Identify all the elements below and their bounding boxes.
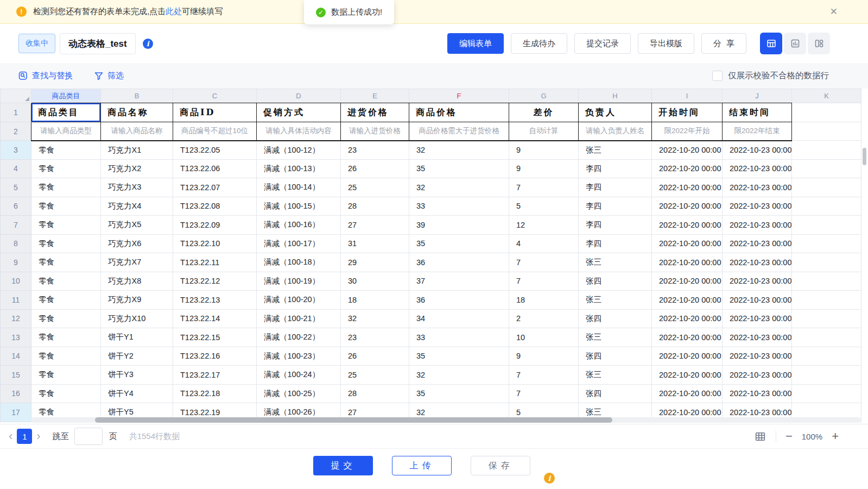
form-title[interactable]: 动态表格_test	[60, 33, 136, 54]
data-cell[interactable]: 巧克力X5	[101, 216, 173, 235]
data-cell[interactable]: 李四	[579, 178, 652, 197]
data-cell[interactable]: 9	[509, 141, 579, 160]
data-cell[interactable]: 零食	[31, 384, 101, 403]
data-cell[interactable]: 7	[509, 178, 579, 197]
column-header-K[interactable]: K	[792, 89, 861, 103]
row-number[interactable]: 7	[1, 216, 31, 235]
data-cell[interactable]	[792, 291, 861, 310]
grid-icon[interactable]	[754, 431, 766, 442]
data-cell[interactable]: 2022-10-20 00:00	[652, 291, 723, 310]
data-cell[interactable]: 37	[409, 272, 509, 291]
row-number[interactable]: 1	[1, 103, 31, 122]
field-header-cell[interactable]: 商品名称	[101, 103, 173, 122]
data-cell[interactable]: 巧克力X7	[101, 253, 173, 272]
data-cell[interactable]: 张三	[579, 291, 652, 310]
row-number[interactable]: 14	[1, 347, 31, 366]
hint-cell[interactable]: 请输入商品类型	[31, 122, 101, 141]
data-cell[interactable]: T123.22.08	[173, 197, 257, 216]
row-number[interactable]: 17	[1, 403, 31, 422]
data-cell[interactable]: 巧克力X8	[101, 272, 173, 291]
data-cell[interactable]: 18	[341, 291, 409, 310]
data-cell[interactable]: 零食	[31, 159, 101, 178]
data-cell[interactable]: 2022-10-20 00:00	[652, 178, 723, 197]
data-cell[interactable]: 33	[409, 197, 509, 216]
row-number[interactable]: 5	[1, 178, 31, 197]
data-cell[interactable]: 25	[341, 366, 409, 385]
data-cell[interactable]: 巧克力X1	[101, 141, 173, 160]
data-cell[interactable]: 零食	[31, 272, 101, 291]
data-cell[interactable]: 满减（100-13）	[257, 159, 341, 178]
data-cell[interactable]: 2022-10-20 00:00	[652, 347, 723, 366]
zoom-out-icon[interactable]: −	[785, 430, 793, 442]
row-number[interactable]: 11	[1, 291, 31, 310]
data-cell[interactable]: 饼干Y2	[101, 347, 173, 366]
hint-cell[interactable]: 商品编号不超过10位	[173, 122, 257, 141]
data-cell[interactable]: 李四	[579, 159, 652, 178]
data-cell[interactable]: 2022-10-20 00:00	[652, 216, 723, 235]
data-cell[interactable]: 巧克力X4	[101, 197, 173, 216]
hint-cell[interactable]: 商品价格需大于进货价格	[409, 122, 509, 141]
data-cell[interactable]: 满减（100-18）	[257, 253, 341, 272]
data-cell[interactable]: 张四	[579, 384, 652, 403]
vertical-scrollbar-thumb[interactable]	[863, 148, 866, 165]
current-page-button[interactable]: 1	[17, 429, 32, 444]
data-cell[interactable]: T123.22.06	[173, 159, 257, 178]
data-cell[interactable]: 满减（100-15）	[257, 197, 341, 216]
data-cell[interactable]: 2022-10-20 00:00	[652, 384, 723, 403]
data-cell[interactable]: 满减（100-21）	[257, 309, 341, 328]
data-cell[interactable]: 30	[341, 272, 409, 291]
data-cell[interactable]: 2022-10-20 00:00	[652, 309, 723, 328]
data-cell[interactable]: 满减（100-14）	[257, 178, 341, 197]
data-cell[interactable]: T123.22.12	[173, 272, 257, 291]
data-cell[interactable]	[792, 272, 861, 291]
continue-filling-link[interactable]: 此处	[166, 7, 182, 17]
data-cell[interactable]: 2022-10-20 00:00	[652, 234, 723, 253]
prev-page-icon[interactable]: ‹	[4, 430, 17, 442]
data-cell[interactable]: 25	[341, 178, 409, 197]
data-cell[interactable]: 5	[509, 197, 579, 216]
data-cell[interactable]: 零食	[31, 178, 101, 197]
data-cell[interactable]: 9	[509, 159, 579, 178]
data-cell[interactable]: 张四	[579, 347, 652, 366]
data-cell[interactable]: 39	[409, 216, 509, 235]
row-number[interactable]: 2	[1, 122, 31, 141]
hint-cell[interactable]: 限2022年结束	[723, 122, 792, 141]
data-cell[interactable]: 零食	[31, 234, 101, 253]
data-cell[interactable]: 巧克力X2	[101, 159, 173, 178]
column-header-A[interactable]: 商品类目	[31, 89, 101, 103]
data-cell[interactable]: 满减（100-20）	[257, 291, 341, 310]
table-view-icon[interactable]	[760, 33, 782, 54]
data-cell[interactable]: 2022-10-23 00:00:00	[723, 178, 792, 197]
data-cell[interactable]: 2022-10-23 00:00:00	[723, 328, 792, 347]
data-cell[interactable]: 2022-10-20 00:00	[652, 328, 723, 347]
hint-cell[interactable]: 请输入进货价格	[341, 122, 409, 141]
data-cell[interactable]: 2022-10-23 00:00:00	[723, 347, 792, 366]
data-cell[interactable]: 张三	[579, 253, 652, 272]
data-cell[interactable]: T123.22.15	[173, 328, 257, 347]
selected-cell[interactable]: 商品类目	[31, 103, 101, 122]
data-cell[interactable]: 巧克力X3	[101, 178, 173, 197]
chart-view-icon[interactable]	[784, 33, 806, 54]
next-page-icon[interactable]: ›	[32, 430, 45, 442]
jump-page-input[interactable]	[74, 428, 103, 445]
data-cell[interactable]: 零食	[31, 216, 101, 235]
hint-cell[interactable]: 请输入商品名称	[101, 122, 173, 141]
save-info-icon[interactable]: i	[544, 473, 555, 484]
data-cell[interactable]: T123.22.11	[173, 253, 257, 272]
data-cell[interactable]: T123.22.10	[173, 234, 257, 253]
generate-todo-button[interactable]: 生成待办	[511, 33, 567, 54]
data-cell[interactable]: T123.22.17	[173, 366, 257, 385]
edit-form-button[interactable]: 编辑表单	[447, 33, 504, 54]
row-number[interactable]: 4	[1, 159, 31, 178]
data-cell[interactable]: 李四	[579, 197, 652, 216]
data-cell[interactable]: 31	[341, 234, 409, 253]
data-cell[interactable]: 张三	[579, 141, 652, 160]
column-header-C[interactable]: C	[173, 89, 257, 103]
data-cell[interactable]	[792, 384, 861, 403]
data-cell[interactable]	[792, 366, 861, 385]
data-cell[interactable]: 2	[509, 309, 579, 328]
data-cell[interactable]: 35	[409, 347, 509, 366]
data-cell[interactable]	[792, 309, 861, 328]
data-cell[interactable]: 满减（100-19）	[257, 272, 341, 291]
board-view-icon[interactable]	[808, 33, 830, 54]
